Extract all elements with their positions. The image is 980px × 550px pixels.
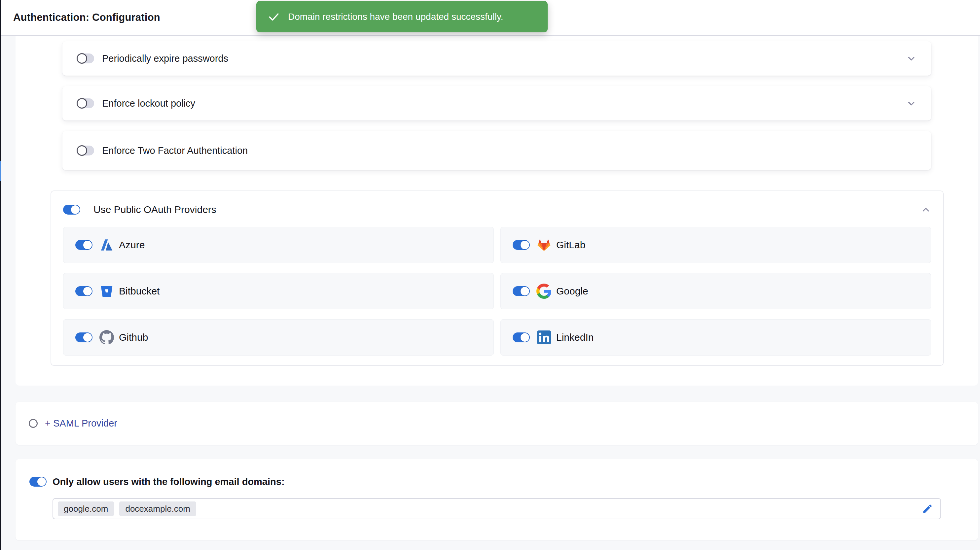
chevron-up-icon[interactable] — [921, 204, 931, 215]
chevron-down-icon[interactable] — [906, 98, 916, 109]
toggle-knob — [520, 241, 529, 249]
policy-label: Enforce lockout policy — [102, 98, 195, 109]
domain-tag: google.com — [58, 501, 114, 516]
google-icon — [536, 284, 552, 299]
toggle-knob — [83, 333, 92, 342]
authentication-configuration-page: Authentication: Configuration Domain res… — [0, 0, 980, 550]
policy-label: Periodically expire passwords — [102, 53, 228, 64]
oauth-providers-grid: Azure GitLab Bitbucket Google Github Lin… — [63, 227, 931, 356]
linkedin-toggle[interactable] — [512, 332, 530, 342]
toggle-knob — [83, 241, 92, 249]
provider-row-github: Github — [63, 319, 494, 356]
linkedin-icon — [536, 330, 552, 345]
provider-row-gitlab: GitLab — [500, 227, 931, 263]
email-domains-toggle[interactable] — [29, 477, 46, 486]
azure-toggle[interactable] — [75, 240, 92, 250]
check-icon — [267, 11, 280, 23]
pencil-icon[interactable] — [922, 503, 933, 514]
policy-card-enforce-two-factor-authentication: Enforce Two Factor Authentication — [62, 131, 931, 170]
provider-row-linkedin: LinkedIn — [500, 319, 931, 356]
auth-settings-panel: Periodically expire passwords Enforce lo… — [16, 36, 978, 386]
email-domains-label: Only allow users with the following emai… — [52, 476, 285, 487]
policy-card-enforce-lockout-policy: Enforce lockout policy — [62, 86, 931, 121]
provider-name: LinkedIn — [556, 332, 593, 343]
provider-name: Google — [556, 286, 588, 297]
oauth-section-label: Use Public OAuth Providers — [94, 204, 216, 215]
domain-tag-list: google.comdocexample.com — [58, 501, 202, 516]
policy-card-periodically-expire-passwords: Periodically expire passwords — [62, 41, 931, 76]
left-edge-active-indicator — [0, 161, 1, 181]
provider-name: GitLab — [556, 239, 585, 251]
email-domains-input[interactable]: google.comdocexample.com — [52, 498, 941, 519]
page-title: Authentication: Configuration — [13, 11, 160, 24]
enforce-two-factor-authentication-toggle[interactable] — [77, 146, 94, 156]
provider-row-google: Google — [500, 273, 931, 309]
saml-radio[interactable] — [29, 419, 38, 428]
provider-name: Github — [119, 332, 148, 343]
add-saml-provider-link[interactable]: + SAML Provider — [45, 418, 117, 429]
bitbucket-icon — [99, 284, 114, 299]
toggle-knob — [520, 333, 529, 342]
provider-name: Azure — [119, 239, 145, 251]
enforce-lockout-policy-toggle[interactable] — [77, 99, 94, 108]
email-domains-header: Only allow users with the following emai… — [29, 477, 285, 486]
toggle-knob — [83, 287, 92, 296]
policy-label: Enforce Two Factor Authentication — [102, 145, 248, 156]
provider-row-azure: Azure — [63, 227, 494, 263]
email-domains-card: Only allow users with the following emai… — [16, 459, 978, 540]
toast-message: Domain restrictions have been updated su… — [288, 11, 503, 22]
provider-name: Bitbucket — [119, 286, 159, 297]
gitlab-toggle[interactable] — [512, 240, 530, 250]
use-public-oauth-toggle[interactable] — [63, 205, 80, 215]
left-edge-sidebar-sliver — [0, 0, 1, 550]
toggle-knob — [76, 98, 87, 109]
gitlab-icon — [536, 237, 552, 253]
oauth-providers-section: Use Public OAuth Providers Azure GitLab … — [51, 191, 943, 366]
toggle-knob — [76, 53, 87, 64]
oauth-section-header: Use Public OAuth Providers — [63, 204, 931, 216]
saml-provider-card: + SAML Provider — [16, 402, 978, 445]
toggle-knob — [71, 205, 80, 214]
google-toggle[interactable] — [512, 286, 530, 296]
github-toggle[interactable] — [75, 332, 92, 342]
domain-tag: docexample.com — [119, 501, 196, 516]
toggle-knob — [520, 287, 529, 296]
bitbucket-toggle[interactable] — [75, 286, 92, 296]
toggle-knob — [37, 477, 46, 486]
provider-row-bitbucket: Bitbucket — [63, 273, 494, 309]
toggle-knob — [76, 145, 87, 156]
azure-icon — [99, 237, 114, 253]
success-toast: Domain restrictions have been updated su… — [256, 1, 548, 32]
periodically-expire-passwords-toggle[interactable] — [77, 54, 94, 64]
chevron-down-icon[interactable] — [906, 53, 916, 64]
github-icon — [99, 330, 114, 345]
